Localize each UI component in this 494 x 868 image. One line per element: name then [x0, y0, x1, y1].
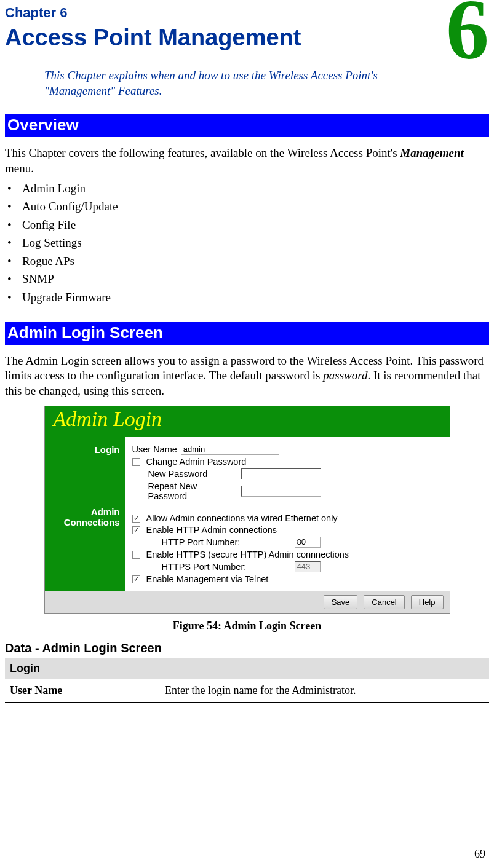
- chapter-label: Chapter 6: [5, 5, 489, 21]
- figure-admin-login: Admin Login Login Admin Connections User…: [44, 406, 450, 614]
- figure-button-bar: Save Cancel Help: [45, 591, 450, 613]
- change-password-checkbox[interactable]: [132, 458, 140, 466]
- new-password-label: New Password: [148, 469, 237, 479]
- chapter-number-badge: 6: [446, 0, 489, 73]
- overview-item: SNMP: [5, 270, 489, 288]
- http-port-input[interactable]: 80: [295, 537, 321, 548]
- enable-telnet-checkbox[interactable]: ✓: [132, 575, 140, 583]
- figure-sidebar: Login Admin Connections: [45, 437, 125, 591]
- page-title: Access Point Management: [5, 25, 489, 51]
- username-input[interactable]: admin: [181, 444, 279, 455]
- table-row: User Name Enter the login name for the A…: [5, 679, 489, 703]
- overview-text: This Chapter covers the following featur…: [5, 146, 489, 176]
- figure-caption: Figure 54: Admin Login Screen: [44, 620, 450, 633]
- https-port-input[interactable]: 443: [295, 561, 321, 572]
- enable-http-checkbox[interactable]: ✓: [132, 526, 140, 534]
- repeat-password-label: Repeat New Password: [148, 481, 237, 501]
- overview-item: Config File: [5, 216, 489, 234]
- username-label: User Name: [132, 444, 177, 454]
- repeat-password-input[interactable]: [241, 486, 321, 497]
- figure-form: User Name admin Change Admin Password Ne…: [125, 437, 450, 591]
- help-button[interactable]: Help: [411, 595, 444, 609]
- figure-side-label-login: Login: [50, 444, 120, 455]
- chapter-intro: This Chapter explains when and how to us…: [44, 68, 413, 98]
- change-password-label: Change Admin Password: [146, 457, 247, 467]
- overview-list: Admin Login Auto Config/Update Config Fi…: [5, 180, 489, 306]
- wired-only-label: Allow Admin connections via wired Ethern…: [146, 513, 338, 523]
- data-table-section: Login: [5, 658, 489, 679]
- admin-para-em: password: [323, 369, 367, 382]
- new-password-input[interactable]: [241, 468, 321, 479]
- overview-item: Rogue APs: [5, 252, 489, 270]
- overview-item: Log Settings: [5, 234, 489, 251]
- overview-item: Upgrade Firmware: [5, 288, 489, 306]
- enable-https-label: Enable HTTPS (secure HTTP) Admin connnec…: [146, 550, 349, 559]
- http-port-label: HTTP Port Number:: [162, 537, 291, 547]
- data-table: Login User Name Enter the login name for…: [5, 658, 489, 703]
- data-table-heading: Data - Admin Login Screen: [5, 641, 489, 655]
- enable-http-label: Enable HTTP Admin connections: [146, 525, 277, 535]
- overview-item: Admin Login: [5, 180, 489, 197]
- https-port-label: HTTPS Port Number:: [162, 562, 291, 572]
- overview-text-pre: This Chapter covers the following featur…: [5, 146, 400, 159]
- page-number: 69: [474, 848, 485, 861]
- overview-text-em: Management: [400, 146, 463, 159]
- overview-text-post: menu.: [5, 162, 34, 175]
- heading-admin-login: Admin Login Screen: [5, 322, 489, 345]
- data-row-key: User Name: [5, 679, 160, 703]
- figure-side-label-connections: Admin Connections: [50, 507, 120, 527]
- admin-login-paragraph: The Admin Login screen allows you to ass…: [5, 353, 489, 398]
- enable-https-checkbox[interactable]: [132, 551, 140, 559]
- data-row-value: Enter the login name for the Administrat…: [160, 679, 489, 703]
- heading-overview: Overview: [5, 114, 489, 137]
- overview-item: Auto Config/Update: [5, 197, 489, 215]
- save-button[interactable]: Save: [324, 595, 358, 609]
- wired-only-checkbox[interactable]: ✓: [132, 515, 140, 523]
- cancel-button[interactable]: Cancel: [364, 595, 404, 609]
- enable-telnet-label: Enable Management via Telnet: [146, 574, 269, 584]
- figure-header: Admin Login: [45, 406, 450, 437]
